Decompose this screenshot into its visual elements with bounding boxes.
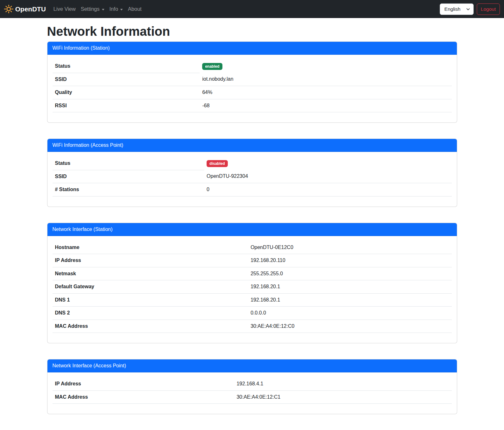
- info-card-wifi-information-station: WiFi Information (Station) Status enable…: [47, 41, 457, 123]
- card-body: Status enabled SSID iot.nobody.lan Quali…: [47, 55, 457, 122]
- card-header: Network Interface (Access Point): [47, 359, 457, 372]
- row-value: 192.168.20.110: [248, 254, 452, 267]
- table-row: DNS 2 0.0.0.0: [53, 307, 452, 320]
- row-value: disabled: [204, 157, 451, 170]
- row-value: 192.168.20.1: [248, 293, 452, 307]
- row-label: Netmask: [53, 267, 248, 280]
- table-row: IP Address 192.168.4.1: [53, 377, 452, 390]
- row-label: DNS 2: [53, 307, 248, 320]
- row-value: 30:AE:A4:0E:12:C0: [248, 320, 452, 333]
- row-label: Default Gateway: [53, 280, 248, 294]
- row-label: RSSI: [53, 99, 200, 112]
- table-row: MAC Address 30:AE:A4:0E:12:C1: [53, 390, 452, 404]
- table-row: SSID iot.nobody.lan: [53, 73, 452, 86]
- row-label: IP Address: [53, 377, 234, 390]
- sun-icon: [4, 4, 14, 14]
- page-title: Network Information: [47, 24, 457, 39]
- row-label: MAC Address: [53, 320, 248, 333]
- brand-link[interactable]: OpenDTU: [4, 4, 47, 14]
- table-row: Status enabled: [53, 60, 452, 73]
- nav-item-about[interactable]: About: [125, 3, 144, 15]
- main-content: Network Information WiFi Information (St…: [47, 24, 457, 414]
- info-table: IP Address 192.168.4.1 MAC Address 30:AE…: [53, 377, 452, 404]
- row-label: Quality: [53, 86, 200, 99]
- info-card-wifi-information-access-point: WiFi Information (Access Point) Status d…: [47, 139, 457, 207]
- row-label: DNS 1: [53, 293, 248, 307]
- card-title: Network Interface (Station): [53, 227, 113, 232]
- row-value: 30:AE:A4:0E:12:C1: [234, 390, 452, 404]
- row-label: IP Address: [53, 254, 248, 267]
- row-label: Hostname: [53, 241, 248, 254]
- row-value: enabled: [200, 60, 451, 73]
- navbar: OpenDTU Live ViewSettingsInfoAbout Engli…: [0, 0, 504, 18]
- row-label: SSID: [53, 170, 204, 183]
- status-badge: enabled: [202, 63, 222, 70]
- brand-label: OpenDTU: [15, 5, 46, 13]
- table-row: DNS 1 192.168.20.1: [53, 293, 452, 307]
- card-body: Status disabled SSID OpenDTU-922304 # St…: [47, 152, 457, 207]
- caret-down-icon: [102, 9, 104, 10]
- table-row: Default Gateway 192.168.20.1: [53, 280, 452, 294]
- card-body: Hostname OpenDTU-0E12C0 IP Address 192.1…: [47, 236, 457, 343]
- card-title: WiFi Information (Access Point): [53, 142, 123, 148]
- info-table: Status disabled SSID OpenDTU-922304 # St…: [53, 157, 452, 196]
- language-select[interactable]: English: [440, 3, 474, 15]
- logout-button[interactable]: Logout: [477, 3, 500, 15]
- nav-item-live-view[interactable]: Live View: [51, 3, 78, 15]
- nav-item-settings[interactable]: Settings: [78, 3, 107, 15]
- row-value: 255.255.255.0: [248, 267, 452, 280]
- status-badge: disabled: [207, 160, 228, 167]
- info-table: Hostname OpenDTU-0E12C0 IP Address 192.1…: [53, 241, 452, 333]
- row-value: iot.nobody.lan: [200, 73, 451, 86]
- table-row: RSSI -68: [53, 99, 452, 112]
- row-label: # Stations: [53, 183, 204, 196]
- nav-item-label: Live View: [53, 6, 76, 12]
- table-row: # Stations 0: [53, 183, 452, 196]
- row-value: -68: [200, 99, 451, 112]
- info-card-network-interface-access-point: Network Interface (Access Point) IP Addr…: [47, 359, 457, 414]
- table-row: Quality 64%: [53, 86, 452, 99]
- table-row: Netmask 255.255.255.0: [53, 267, 452, 280]
- info-card-network-interface-station: Network Interface (Station) Hostname Ope…: [47, 223, 457, 344]
- table-row: Status disabled: [53, 157, 452, 170]
- card-header: Network Interface (Station): [47, 223, 457, 236]
- row-label: Status: [53, 60, 200, 73]
- row-value: 0: [204, 183, 451, 196]
- table-row: MAC Address 30:AE:A4:0E:12:C0: [53, 320, 452, 333]
- row-value: OpenDTU-0E12C0: [248, 241, 452, 254]
- row-value: 192.168.20.1: [248, 280, 452, 294]
- card-header: WiFi Information (Access Point): [47, 139, 457, 152]
- row-label: MAC Address: [53, 390, 234, 404]
- row-label: SSID: [53, 73, 200, 86]
- table-row: Hostname OpenDTU-0E12C0: [53, 241, 452, 254]
- card-title: WiFi Information (Station): [53, 45, 110, 51]
- nav-item-info[interactable]: Info: [107, 3, 126, 15]
- nav-item-label: About: [128, 6, 141, 12]
- info-table: Status enabled SSID iot.nobody.lan Quali…: [53, 60, 452, 112]
- main-nav: Live ViewSettingsInfoAbout: [51, 3, 144, 15]
- table-row: IP Address 192.168.20.110: [53, 254, 452, 267]
- row-value: OpenDTU-922304: [204, 170, 451, 183]
- row-value: 64%: [200, 86, 451, 99]
- card-title: Network Interface (Access Point): [53, 363, 126, 368]
- nav-item-label: Settings: [81, 6, 100, 12]
- row-label: Status: [53, 157, 204, 170]
- card-header: WiFi Information (Station): [47, 42, 457, 55]
- card-body: IP Address 192.168.4.1 MAC Address 30:AE…: [47, 372, 457, 414]
- nav-item-label: Info: [109, 6, 118, 12]
- caret-down-icon: [120, 9, 123, 10]
- language-select-wrap: English: [440, 3, 474, 15]
- table-row: SSID OpenDTU-922304: [53, 170, 452, 183]
- row-value: 0.0.0.0: [248, 307, 452, 320]
- row-value: 192.168.4.1: [234, 377, 452, 390]
